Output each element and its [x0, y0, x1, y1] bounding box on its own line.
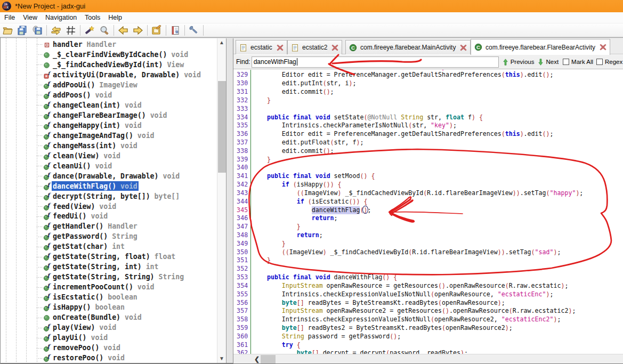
back-icon[interactable] [116, 24, 131, 37]
find-previous-label: Previous [511, 59, 535, 65]
close-tab-icon[interactable] [331, 44, 338, 51]
preferences-icon[interactable] [187, 24, 201, 37]
editor-horizontal-scrollbar[interactable]: ❮ [233, 354, 623, 363]
svg-text:f: f [47, 293, 51, 300]
svg-text:f: f [47, 273, 51, 279]
tree-item-isEcstatic[interactable]: fisEcstatic() boolean [1, 292, 217, 302]
scroll-left-icon[interactable]: ❮ [253, 355, 261, 363]
method-return-type: Handler [108, 222, 137, 230]
scroll-up-icon[interactable]: ▲ [217, 38, 226, 47]
tree-item-getPassword[interactable]: fgetPassword() String [1, 231, 217, 241]
close-tab-button[interactable] [277, 44, 284, 51]
deobfuscation-icon[interactable] [82, 24, 97, 37]
tree-item-addPooUi[interactable]: faddPooUi() ImageView [1, 80, 217, 90]
tab-com.fireeye.flarebear.MainActivity[interactable]: Ccom.fireeye.flarebear.MainActivity [345, 40, 471, 54]
tree-item-feed-View[interactable]: ffeed(View) void [1, 201, 217, 212]
close-tab-button[interactable] [460, 44, 467, 51]
tab-ecstatic[interactable]: ecstatic [236, 40, 287, 54]
menu-help[interactable]: Help [104, 12, 126, 23]
tree-item-removePoo[interactable]: fremovePoo() void [1, 343, 217, 353]
tree-item-activityUi-Drawable-Drawable[interactable]: factivityUi(Drawable, Drawable) void [1, 70, 217, 80]
close-tab-icon[interactable] [277, 44, 284, 51]
tree-item-getHandler[interactable]: fgetHandler() Handler [1, 221, 217, 231]
tree-item-restorePoo[interactable]: frestorePoo() void [1, 353, 217, 363]
method-name: getHandler() [53, 222, 108, 230]
tree-item-play-View[interactable]: fplay(View) void [1, 322, 217, 333]
save-all-icon[interactable] [15, 24, 30, 37]
tree-item-playUi[interactable]: fplayUi() void [1, 333, 217, 343]
log-viewer-icon[interactable] [168, 24, 183, 37]
method-green-icon [43, 313, 51, 322]
tree-connector [37, 135, 42, 136]
find-input[interactable]: danceWithFlag [252, 56, 499, 68]
tree-item-decrypt-String-byte[interactable]: fdecrypt(String, byte[]) byte[] [1, 191, 217, 201]
open-file-icon[interactable] [0, 24, 15, 37]
tree-vertical-scrollbar[interactable]: ▲ ▼ [217, 38, 226, 363]
tree-item-changeHappy-int[interactable]: fchangeHappy(int) void [1, 120, 217, 131]
search-icon[interactable] [97, 24, 112, 37]
tab-com.fireeye.flarebear.FlareBearActivity[interactable]: Ccom.fireeye.flarebear.FlareBearActivity [471, 39, 610, 55]
reload-icon[interactable] [48, 24, 63, 37]
scroll-down-icon[interactable]: ▼ [217, 354, 226, 363]
close-tab-icon[interactable] [460, 44, 467, 51]
method-name: isEcstatic() [53, 293, 108, 301]
mark-all-label: Mark All [571, 59, 593, 65]
tree-item-handler[interactable]: handler Handler [1, 39, 217, 50]
tree-item-getState-String-float[interactable]: fgetState(String, float) float [1, 252, 217, 262]
menu-navigation[interactable]: Navigation [42, 12, 81, 23]
find-next-button[interactable]: Next [538, 58, 559, 66]
code-line: ((ImageView) _$_findCachedViewById(R.id.… [252, 248, 561, 257]
method-return-type: boolean [108, 293, 137, 301]
mark-all-checkbox[interactable]: Mark All [563, 59, 593, 65]
tree-item-isHappy[interactable]: fisHappy() boolean [1, 302, 217, 312]
tree-item-getStat-char[interactable]: fgetStat(char) int [1, 241, 217, 252]
line-number: 331 [237, 88, 248, 96]
tree-item-cleanUi[interactable]: fcleanUi() void [1, 161, 217, 171]
tree-item-changeImageAndTag[interactable]: fchangeImageAndTag() void [1, 131, 217, 141]
menu-view[interactable]: View [19, 12, 42, 23]
line-number: 352 [237, 265, 248, 273]
tree-item-_-_clearFindViewByIdCache[interactable]: _$_clearFindViewByIdCache() void [1, 50, 217, 60]
tree-item-dance-Drawable-Drawable[interactable]: fdance(Drawable, Drawable) void [1, 171, 217, 181]
editor-scrollbar-thumb[interactable] [261, 355, 276, 363]
close-tab-icon[interactable] [600, 44, 606, 51]
code-line: byte[] readBytes = ByteStreamsKt.readByt… [252, 299, 505, 308]
regex-checkbox[interactable]: Regex [596, 59, 622, 65]
tree-item-getState-String-int[interactable]: fgetState(String, int) int [1, 262, 217, 272]
tree-item-changeFlareBearImage[interactable]: fchangeFlareBearImage() void [1, 110, 217, 120]
tree-item-changeClean-int[interactable]: fchangeClean(int) void [1, 100, 217, 110]
tab-ecstatic2[interactable]: ecstatic2 [287, 40, 342, 54]
tree-item-_-_findCachedViewById-int[interactable]: _$_findCachedViewById(int) View [1, 60, 217, 70]
method-green-final-icon: f [43, 293, 51, 302]
tree-item-changeMass-int[interactable]: fchangeMass(int) void [1, 141, 217, 151]
tab-label: ecstatic2 [302, 44, 327, 51]
forward-icon[interactable] [131, 24, 145, 37]
close-tab-button[interactable] [600, 44, 606, 51]
find-previous-button[interactable]: Previous [503, 58, 535, 66]
method-name: clean(View) [53, 152, 103, 160]
tree-item-clean-View[interactable]: fclean(View) void [1, 151, 217, 161]
menu-file[interactable]: File [0, 12, 19, 23]
file-icon [291, 44, 299, 52]
tree-item-onCreate-Bundle[interactable]: onCreate(Bundle) void [1, 312, 217, 322]
tree-scrollbar-thumb[interactable] [218, 81, 226, 173]
tree-item-incrementPooCount[interactable]: fincrementPooCount() void [1, 282, 217, 292]
tree-item-danceWithFlag[interactable]: fdanceWithFlag() void [1, 181, 217, 191]
method-name: playUi() [53, 334, 91, 342]
export-icon[interactable] [30, 24, 45, 37]
find-next-label: Next [546, 59, 559, 65]
code-line: } [252, 96, 271, 105]
close-tab-button[interactable] [331, 44, 338, 51]
down-arrow-icon [538, 58, 543, 66]
svg-text:f: f [47, 122, 51, 128]
text-caret [297, 58, 297, 66]
tree-item-getState-String-String[interactable]: fgetState(String, String) String [1, 272, 217, 282]
tree-item-feedUi[interactable]: ffeedUi() void [1, 211, 217, 221]
method-return-type: void [125, 122, 142, 130]
quark-report-icon[interactable] [149, 24, 164, 37]
class-icon: C [474, 43, 482, 51]
tree-item-addPoos[interactable]: faddPoos() void [1, 90, 217, 100]
flat-packages-icon[interactable] [63, 24, 78, 37]
code-editor[interactable]: 328 Intrinsics.checkParameterIsNotNull(s… [233, 70, 623, 354]
menu-tools[interactable]: Tools [81, 12, 104, 23]
